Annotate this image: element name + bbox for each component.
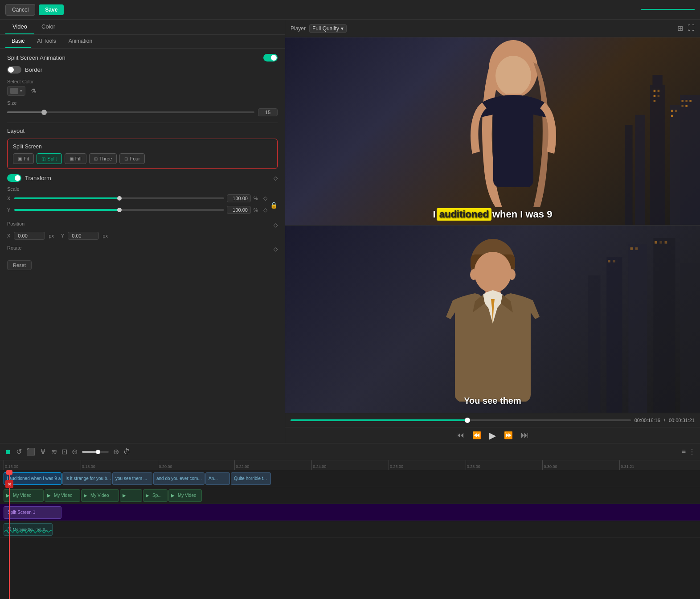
three-icon: ⊞ bbox=[94, 156, 98, 161]
ruler-tick-2: 0:20:00 bbox=[158, 460, 235, 470]
tl-picture-icon[interactable]: ⊡ bbox=[61, 447, 67, 456]
tl-mic-icon[interactable]: 🎙 bbox=[40, 448, 47, 456]
size-slider-track[interactable] bbox=[7, 111, 254, 113]
tab-video[interactable]: Video bbox=[5, 20, 34, 34]
video-bg-bottom: You see them bbox=[285, 226, 700, 413]
split-btn-fit[interactable]: ▣ Fit bbox=[13, 153, 34, 164]
svg-point-38 bbox=[508, 269, 516, 280]
subtitle-clip-label-0: I auditioned when I was 9 and... bbox=[7, 476, 61, 481]
player-grid-icon[interactable]: ⊞ bbox=[677, 24, 683, 33]
subtab-basic[interactable]: Basic bbox=[5, 35, 31, 48]
size-row: Size 15 bbox=[7, 100, 278, 116]
skip-back-icon[interactable]: ⏮ bbox=[456, 431, 464, 440]
subtitle-clip-5[interactable]: Quite horrible t... bbox=[231, 472, 271, 485]
quality-select[interactable]: Full Quality ▾ bbox=[309, 24, 347, 33]
size-value[interactable]: 15 bbox=[258, 108, 278, 116]
tl-record-icon[interactable]: ⏺ bbox=[4, 448, 12, 456]
tl-plus-icon[interactable]: ⊕ bbox=[113, 447, 119, 456]
transform-toggle[interactable] bbox=[7, 174, 21, 182]
tl-undo-icon[interactable]: ↺ bbox=[16, 447, 22, 456]
video-clips: ▶ My Video ▶ My Video ▶ My Video ▶ ▶ Sp.… bbox=[0, 489, 202, 502]
playhead[interactable]: ✕ bbox=[9, 470, 10, 599]
border-toggle[interactable] bbox=[7, 66, 21, 74]
video-clip-label-1: My Video bbox=[54, 493, 73, 498]
volume-slider[interactable] bbox=[82, 451, 109, 453]
color-swatch-button[interactable]: ▾ bbox=[7, 86, 25, 96]
subtitle-clip-label-1: Is it strange for you b... bbox=[65, 476, 111, 481]
svg-rect-12 bbox=[675, 110, 677, 112]
video-clip-5[interactable]: ▶ My Video bbox=[168, 489, 202, 502]
tl-caption-icon[interactable]: ≋ bbox=[51, 447, 57, 456]
panel-content: Split Screen Animation Border Select Col… bbox=[0, 49, 285, 443]
ruler-tick-3: 0:22:00 bbox=[234, 460, 311, 470]
scale-x-value[interactable] bbox=[227, 194, 251, 202]
tl-minus-icon[interactable]: ⊖ bbox=[72, 447, 78, 456]
tl-grid-icon[interactable]: ≡ bbox=[682, 447, 686, 456]
scale-y-percent: % bbox=[254, 207, 259, 213]
four-icon: ⊟ bbox=[124, 156, 128, 161]
subtitle-clip-3[interactable]: and do you ever com... bbox=[153, 472, 205, 485]
pos-x-label: X bbox=[7, 233, 10, 238]
subtab-animation[interactable]: Animation bbox=[62, 35, 98, 48]
scale-x-slider[interactable] bbox=[14, 197, 224, 199]
chevron-down-icon: ▾ bbox=[20, 89, 22, 93]
subtitle-clip-2[interactable]: you see them ... bbox=[112, 472, 152, 485]
skip-forward-icon[interactable]: ⏭ bbox=[521, 431, 529, 440]
player-expand-icon[interactable]: ⛶ bbox=[688, 24, 695, 33]
subtitle-clip-4[interactable]: An... bbox=[205, 472, 230, 485]
split-btn-three[interactable]: ⊞ Three bbox=[89, 153, 117, 164]
reset-button[interactable]: Reset bbox=[7, 260, 32, 270]
pos-y-value[interactable] bbox=[68, 232, 99, 240]
save-button[interactable]: Save bbox=[39, 4, 64, 15]
tl-clip-icon[interactable]: ⬛ bbox=[26, 447, 35, 456]
ruler-tick-5: 0:26:00 bbox=[389, 460, 466, 470]
player-icons: ⊞ ⛶ bbox=[677, 24, 695, 33]
video-clip-3[interactable]: ▶ bbox=[120, 489, 142, 502]
audio-track-row: 🎵 Memes-Squirrel S... bbox=[0, 521, 700, 538]
video-clip-2[interactable]: ▶ My Video bbox=[81, 489, 119, 502]
scale-y-value[interactable] bbox=[227, 206, 251, 214]
player-label: Player bbox=[291, 25, 306, 32]
subtitle-track-row: I auditioned when I was 9 and... Is it s… bbox=[0, 470, 700, 487]
tl-dots-icon[interactable]: ⋮ bbox=[688, 447, 696, 456]
eyedropper-button[interactable]: ⚗ bbox=[31, 87, 37, 94]
video-clip-4[interactable]: ▶ Sp... bbox=[143, 489, 168, 502]
lock-icon[interactable]: 🔒 bbox=[270, 201, 278, 209]
video-clip-1[interactable]: ▶ My Video bbox=[45, 489, 80, 502]
split-icon: ◫ bbox=[41, 156, 45, 161]
timeline-area: ⏺ ↺ ⬛ 🎙 ≋ ⊡ ⊖ ⊕ ⏱ ≡ ⋮ 0:16:00 0:18:00 0:… bbox=[0, 443, 700, 599]
video-clip-label-5: My Video bbox=[178, 493, 196, 498]
svg-rect-5 bbox=[680, 95, 700, 225]
svg-rect-3 bbox=[635, 115, 645, 225]
left-panel: Video Color Basic AI Tools Animation Spl… bbox=[0, 20, 285, 443]
position-section: Position ◇ X px Y px bbox=[7, 221, 278, 240]
video-clip-label-4: Sp... bbox=[152, 493, 162, 498]
split-btn-fill[interactable]: ▣ Fill bbox=[65, 153, 86, 164]
split-screen-animation-toggle[interactable] bbox=[263, 54, 278, 62]
playback-progress[interactable] bbox=[291, 419, 631, 421]
layout-label: Layout bbox=[7, 127, 278, 134]
play-icon[interactable]: ▶ bbox=[489, 430, 496, 441]
border-label: Border bbox=[25, 66, 42, 73]
tl-timer-icon[interactable]: ⏱ bbox=[123, 448, 131, 456]
audio-clip-0[interactable]: 🎵 Memes-Squirrel S... bbox=[4, 523, 53, 536]
split-btn-split[interactable]: ◫ Split bbox=[37, 153, 61, 164]
svg-rect-7 bbox=[658, 90, 659, 92]
woman-figure bbox=[451, 38, 576, 225]
scale-y-slider[interactable] bbox=[14, 209, 224, 211]
scale-y-keyframe-icon: ◇ bbox=[263, 207, 267, 213]
subtitle-clip-1[interactable]: Is it strange for you b... bbox=[62, 472, 111, 485]
cancel-button[interactable]: Cancel bbox=[5, 4, 35, 16]
pos-x-value[interactable] bbox=[14, 232, 45, 240]
svg-rect-32 bbox=[659, 241, 662, 244]
split-btn-four[interactable]: ⊟ Four bbox=[119, 153, 145, 164]
svg-rect-8 bbox=[654, 95, 655, 97]
frame-forward-icon[interactable]: ⏩ bbox=[504, 431, 513, 439]
svg-rect-4 bbox=[625, 125, 633, 225]
tab-color[interactable]: Color bbox=[34, 20, 62, 34]
frame-back-icon[interactable]: ⏪ bbox=[472, 431, 481, 439]
split-screen-track-clip[interactable]: Split Screen 1 bbox=[4, 506, 61, 519]
svg-point-20 bbox=[495, 56, 531, 96]
subtab-ai-tools[interactable]: AI Tools bbox=[31, 35, 62, 48]
position-keyframe-icon: ◇ bbox=[274, 222, 278, 228]
